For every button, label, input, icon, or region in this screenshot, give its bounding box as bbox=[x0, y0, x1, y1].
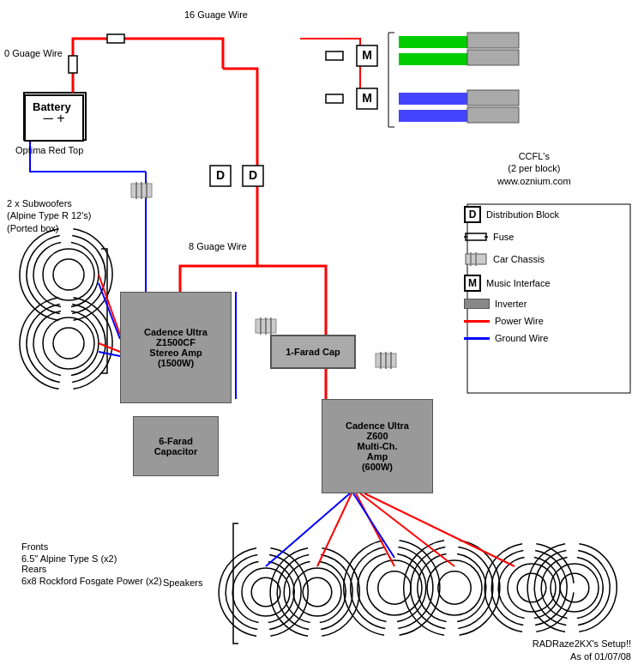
music-icon: M bbox=[464, 275, 481, 292]
legend-ground-label: Ground Wire bbox=[495, 333, 548, 343]
legend-chassis: Car Chassis bbox=[464, 251, 627, 268]
legend-music: M Music Interface bbox=[464, 275, 627, 292]
battery-label: Battery bbox=[33, 100, 71, 115]
amp2-box: Cadence Ultra Z600 Multi-Ch. Amp (600W) bbox=[322, 399, 433, 493]
wire-8gauge: 8 Guage Wire bbox=[189, 240, 247, 252]
wire-0gauge: 0 Guage Wire bbox=[4, 47, 63, 59]
legend-ground: Ground Wire bbox=[464, 333, 627, 343]
legend-power: Power Wire bbox=[464, 316, 627, 326]
subwoofers-label: 2 x Subwoofers (Alpine Type R 12's) (Por… bbox=[7, 197, 92, 234]
amp1-label: Cadence Ultra Z1500CF Stereo Amp (1500W) bbox=[144, 327, 208, 368]
legend-inverter: Inverter bbox=[464, 299, 627, 309]
legend-fuse: Fuse bbox=[464, 230, 627, 244]
chassis-icon bbox=[464, 251, 488, 268]
ccfl-label: CCFL's (2 per block) www.oznium.com bbox=[497, 150, 571, 187]
legend-chassis-label: Car Chassis bbox=[493, 254, 545, 264]
wire-16gauge: 16 Guage Wire bbox=[184, 9, 248, 21]
fronts-label: Fronts 6.5" Alpine Type S (x2) bbox=[21, 541, 117, 565]
legend-fuse-label: Fuse bbox=[493, 232, 514, 242]
svg-rect-0 bbox=[466, 233, 486, 240]
power-wire-icon bbox=[464, 320, 490, 323]
amp2-label: Cadence Ultra Z600 Multi-Ch. Amp (600W) bbox=[346, 420, 409, 472]
legend-distribution: D Distribution Block bbox=[464, 206, 627, 223]
legend-box: D Distribution Block Fuse Car Chassis M … bbox=[464, 206, 627, 350]
speakers-label: Speakers bbox=[163, 577, 202, 589]
legend-music-label: Music Interface bbox=[486, 278, 551, 288]
legend-power-label: Power Wire bbox=[495, 316, 544, 326]
fuse-icon bbox=[464, 230, 488, 244]
cap1-label: 1-Farad Cap bbox=[286, 347, 340, 357]
inverter-icon bbox=[464, 299, 490, 309]
distribution-icon: D bbox=[464, 206, 481, 223]
cap2-box: 6-Farad Capacitor bbox=[133, 416, 219, 476]
cap2-label: 6-Farad Capacitor bbox=[154, 436, 198, 456]
footer-label: RADRaze2KX's Setup!! As of 01/07/08 bbox=[533, 638, 631, 662]
rears-label: Rears 6x8 Rockford Fosgate Power (x2) bbox=[21, 563, 162, 588]
amp1-box: Cadence Ultra Z1500CF Stereo Amp (1500W) bbox=[120, 292, 232, 403]
legend-distribution-label: Distribution Block bbox=[486, 209, 559, 220]
cap1-box: 1-Farad Cap bbox=[270, 335, 356, 369]
battery-brand: Optima Red Top bbox=[15, 144, 83, 156]
ground-wire-icon bbox=[464, 337, 490, 340]
legend-inverter-label: Inverter bbox=[495, 299, 527, 309]
